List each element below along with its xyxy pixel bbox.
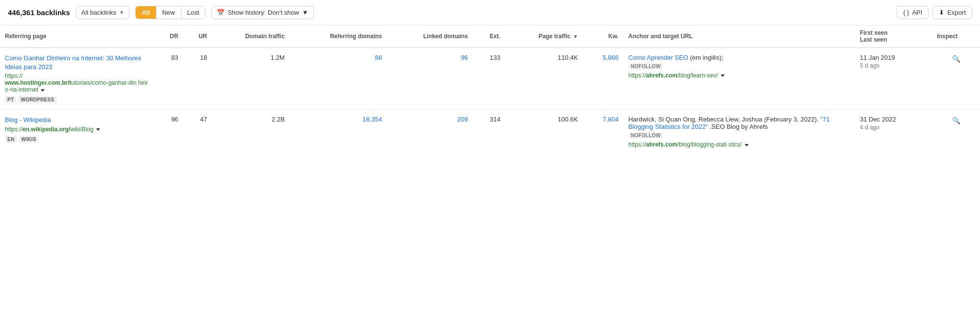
api-label: API — [912, 9, 922, 16]
col-dates: First seen Last seen — [855, 25, 932, 48]
anchor-link-1[interactable]: Como Aprender SEO — [628, 54, 688, 61]
referring-domains-cell-2: 18,354 — [290, 110, 387, 154]
page-url-bold-2: en.wikipedia.org/ — [23, 126, 70, 133]
target-url-expand-icon-1[interactable] — [721, 74, 725, 77]
show-history-button[interactable]: 📅 Show history: Don't show ▼ — [211, 6, 313, 19]
linked-domains-cell-2: 209 — [387, 110, 473, 154]
url-expand-icon-2[interactable] — [96, 128, 100, 131]
last-seen-2: 4 d ago — [860, 124, 927, 131]
inspect-search-button-2[interactable]: 🔍 — [950, 116, 962, 125]
dates-cell-2: 31 Dec 2022 4 d ago — [855, 110, 932, 154]
top-bar: 446,361 backlinks All backlinks ▼ All Ne… — [0, 0, 980, 25]
target-url-bold-1: ahrefs.com — [646, 72, 678, 79]
target-url-expand-icon-2[interactable] — [745, 144, 749, 146]
chevron-down-icon: ▼ — [302, 9, 308, 16]
first-seen-2: 31 Dec 2022 — [860, 116, 927, 123]
table-row: Como Ganhar Dinheiro na Internet: 30 Mel… — [0, 48, 980, 110]
page-traffic-cell-2: 100.6K — [505, 110, 583, 154]
page-url-1: https://www.hostinger.com.br/tutoriais/c… — [5, 73, 150, 93]
col-anchor-target: Anchor and target URL — [624, 25, 855, 48]
col-ext: Ext. — [473, 25, 505, 48]
tag-en: EN — [5, 136, 17, 143]
anchor-cell-1: Como Aprender SEO (em inglês); NOFOLLOW … — [624, 48, 855, 110]
referring-page-cell-2: Blog - Wikipedia https://en.wikipedia.or… — [0, 110, 154, 154]
sort-arrow-icon: ▼ — [573, 34, 578, 39]
col-kw: Kw. — [583, 25, 624, 48]
calendar-icon: 📅 — [217, 9, 225, 16]
export-button[interactable]: ⬇ Export — [932, 6, 972, 19]
col-page-traffic[interactable]: Page traffic ▼ — [505, 25, 583, 48]
col-referring-domains: Referring domains — [290, 25, 387, 48]
ext-cell-1: 133 — [473, 48, 505, 110]
backlinks-count: 446,361 backlinks — [8, 8, 70, 17]
page-traffic-cell-1: 110.4K — [505, 48, 583, 110]
table-header-row: Referring page DR UR Domain traffic Refe… — [0, 25, 980, 48]
ur-cell-1: 18 — [183, 48, 212, 110]
anchor-prefix-2: Hardwick, Si Quan Ong, Rebecca Liew, Jos… — [628, 116, 821, 123]
ur-cell-2: 47 — [183, 110, 212, 154]
dates-cell-1: 11 Jan 2019 5 d ago — [855, 48, 932, 110]
col-linked-domains: Linked domains — [387, 25, 473, 48]
filter-lost-button[interactable]: Lost — [181, 6, 205, 19]
referring-domains-cell-1: 88 — [290, 48, 387, 110]
anchor-suffix-2: .SEO Blog by Ahrefs — [709, 123, 768, 130]
col-domain-traffic: Domain traffic — [212, 25, 289, 48]
export-label: Export — [947, 9, 966, 16]
tag-pt: PT — [5, 96, 16, 103]
table-row: Blog - Wikipedia https://en.wikipedia.or… — [0, 110, 980, 154]
page-url-bold-1: www.hostinger.com.br/t — [5, 79, 72, 86]
url-expand-icon-1[interactable] — [41, 89, 45, 92]
linked-domains-cell-1: 96 — [387, 48, 473, 110]
filter-group: All New Lost — [135, 6, 205, 19]
target-url-2: https://ahrefs.com/blog/blogging-stati s… — [628, 141, 749, 148]
first-seen-1: 11 Jan 2019 — [860, 54, 927, 61]
dr-cell-1: 83 — [154, 48, 183, 110]
ext-cell-2: 314 — [473, 110, 505, 154]
tag-wikis: WIKIS — [19, 136, 39, 143]
inspect-search-button-1[interactable]: 🔍 — [950, 54, 962, 64]
col-dr: DR — [154, 25, 183, 48]
col-inspect: Inspect — [932, 25, 980, 48]
nofollow-badge-2: NOFOLLOW — [628, 132, 663, 139]
export-icon: ⬇ — [939, 9, 944, 16]
page-title-link-2[interactable]: Blog - Wikipedia — [5, 116, 150, 124]
domain-traffic-cell-1: 1.2M — [212, 48, 289, 110]
all-backlinks-dropdown[interactable]: All backlinks ▼ — [76, 6, 129, 19]
page-url-2: https://en.wikipedia.org/wiki/Blog — [5, 126, 150, 133]
col-ur: UR — [183, 25, 212, 48]
api-button[interactable]: { } API — [897, 6, 929, 19]
tag-wordpress: WORDPRESS — [18, 96, 56, 103]
top-bar-right: { } API ⬇ Export — [897, 6, 972, 19]
target-url-bold-2: ahrefs.com — [646, 141, 678, 148]
tags-1: PT WORDPRESS — [5, 96, 150, 103]
tags-2: EN WIKIS — [5, 136, 150, 143]
filter-new-button[interactable]: New — [156, 6, 181, 19]
inspect-cell-1: 🔍 — [932, 48, 980, 110]
nofollow-badge-1: NOFOLLOW — [628, 63, 663, 70]
last-seen-1: 5 d ago — [860, 62, 927, 69]
col-referring-page: Referring page — [0, 25, 154, 48]
backlinks-table: Referring page DR UR Domain traffic Refe… — [0, 25, 980, 154]
anchor-cell-2: Hardwick, Si Quan Ong, Rebecca Liew, Jos… — [624, 110, 855, 154]
domain-traffic-cell-2: 2.2B — [212, 110, 289, 154]
page-title-link-1[interactable]: Como Ganhar Dinheiro na Internet: 30 Mel… — [5, 54, 150, 72]
chevron-down-icon: ▼ — [119, 10, 124, 15]
inspect-cell-2: 🔍 — [932, 110, 980, 154]
dr-cell-2: 96 — [154, 110, 183, 154]
backlinks-table-container: Referring page DR UR Domain traffic Refe… — [0, 25, 980, 154]
target-url-1: https://ahrefs.com/blog/learn-seo/ — [628, 72, 725, 79]
history-label: Show history: Don't show — [227, 9, 299, 16]
kw-cell-2: 7,804 — [583, 110, 624, 154]
referring-page-cell-1: Como Ganhar Dinheiro na Internet: 30 Mel… — [0, 48, 154, 110]
anchor-suffix-1: (em inglês); — [690, 54, 723, 61]
api-icon: { } — [903, 9, 909, 16]
all-backlinks-label: All backlinks — [81, 9, 117, 16]
kw-cell-1: 5,866 — [583, 48, 624, 110]
filter-all-button[interactable]: All — [136, 6, 156, 19]
